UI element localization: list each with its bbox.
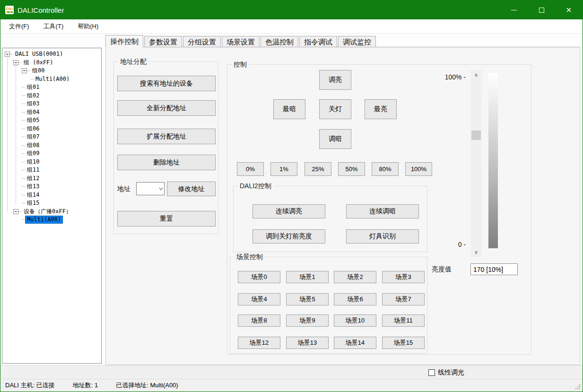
tree-item-group02[interactable]: 组02 — [2, 92, 101, 100]
app-icon: DALI — [5, 6, 14, 14]
tab-grouping-settings[interactable]: 分组设置 — [183, 36, 221, 47]
minimize-button[interactable] — [500, 0, 528, 19]
dim-down-button[interactable]: 调暗 — [319, 129, 351, 149]
brightness-value-box[interactable]: 170 [10%] — [470, 263, 518, 275]
scrollbar-thumb[interactable] — [471, 131, 481, 140]
tree-item-group12[interactable]: 组12 — [2, 174, 101, 183]
app-window: DALI DALIController × 文件(F) 工具(T) 帮助(H) … — [0, 0, 583, 392]
min-brightness-button[interactable]: 最暗 — [273, 99, 305, 119]
address-combobox[interactable] — [136, 182, 165, 195]
percent-25-button[interactable]: 25% — [305, 162, 331, 176]
scene-6-button[interactable]: 场景6 — [334, 293, 376, 305]
go-to-last-level-button[interactable]: 调到关灯前亮度 — [252, 229, 325, 244]
search-addressed-devices-button[interactable]: 搜索有地址的设备 — [117, 76, 216, 91]
minimize-icon — [511, 10, 517, 10]
tab-page-operation-control: 地址分配 搜索有地址的设备 全新分配地址 扩展分配地址 删除地址 地址 修改地址… — [105, 47, 580, 365]
address-allocation-title: 地址分配 — [118, 58, 148, 66]
dim-up-button[interactable]: 调亮 — [319, 70, 351, 90]
window-title: DALIController — [17, 6, 64, 14]
tab-scene-settings[interactable]: 场景设置 — [222, 36, 260, 47]
scene-control-title: 场景控制 — [235, 253, 265, 261]
status-bar: DALI 主机: 已连接 地址数: 1 已选择地址: Multi(A00) — [0, 379, 583, 392]
tree-item-multi-a00-selected[interactable]: Multi(A00) — [2, 216, 101, 224]
tree-item-group-root[interactable]: 组 (0xFF) — [2, 59, 101, 67]
scene-4-button[interactable]: 场景4 — [238, 293, 280, 305]
brightness-value-label: 亮度值 — [432, 265, 452, 274]
control-group: 控制 调亮 最暗 关灯 最亮 调暗 0% 1% 25% 50% 80% 100%… — [227, 64, 531, 355]
menu-file[interactable]: 文件(F) — [3, 20, 35, 33]
tree-item-group14[interactable]: 组14 — [2, 191, 101, 200]
tab-color-temp-control[interactable]: 色温控制 — [261, 36, 298, 47]
tree-item-group00[interactable]: 组00 — [2, 67, 101, 75]
tree-guide-line — [16, 63, 16, 204]
percent-80-button[interactable]: 80% — [372, 162, 399, 176]
close-icon: × — [566, 6, 572, 14]
resize-grip[interactable] — [575, 384, 580, 389]
scene-13-button[interactable]: 场景13 — [286, 337, 329, 349]
collapse-icon[interactable] — [13, 209, 18, 214]
app-icon-text: DALI — [6, 7, 13, 11]
tree-item-group09[interactable]: 组09 — [2, 149, 101, 158]
tree-item-group07[interactable]: 组07 — [2, 133, 101, 141]
menu-help[interactable]: 帮助(H) — [72, 20, 104, 33]
tree-item-group06[interactable]: 组06 — [2, 125, 101, 133]
scene-7-button[interactable]: 场景7 — [382, 293, 425, 305]
address-label: 地址 — [117, 185, 131, 193]
tree-item-group13[interactable]: 组13 — [2, 183, 101, 191]
scene-11-button[interactable]: 场景11 — [382, 314, 425, 327]
tree-item-group05[interactable]: 组05 — [2, 116, 101, 125]
close-button[interactable]: × — [555, 0, 583, 19]
modify-address-button[interactable]: 修改地址 — [167, 182, 216, 196]
extend-assign-addresses-button[interactable]: 扩展分配地址 — [117, 129, 216, 144]
tree-item-group03[interactable]: 组03 — [2, 100, 101, 108]
status-selected-address: 已选择地址: Multi(A00) — [116, 381, 178, 390]
brightness-scrollbar[interactable]: ∧ ∨ — [470, 70, 482, 257]
max-brightness-button[interactable]: 最亮 — [365, 99, 397, 119]
delete-address-button[interactable]: 删除地址 — [117, 155, 216, 170]
status-address-count: 地址数: 1 — [73, 381, 98, 390]
linear-dimming-option[interactable]: 线性调光 — [428, 368, 464, 377]
continuous-dim-up-button[interactable]: 连续调亮 — [252, 204, 325, 218]
scene-15-button[interactable]: 场景15 — [382, 337, 425, 349]
tree-item-root[interactable]: DALI USB(0001) — [2, 50, 101, 59]
scroll-up-icon[interactable]: ∧ — [470, 70, 482, 79]
scene-9-button[interactable]: 场景9 — [286, 314, 329, 327]
maximize-button[interactable] — [528, 0, 555, 19]
tree-item-group11[interactable]: 组11 — [2, 166, 101, 174]
tree-item-group15[interactable]: 组15 — [2, 199, 101, 208]
tree-item-group08[interactable]: 组08 — [2, 141, 101, 150]
percent-50-button[interactable]: 50% — [338, 162, 365, 176]
tab-debug-monitor[interactable]: 调试监控 — [338, 36, 376, 47]
lamp-off-button[interactable]: 关灯 — [319, 99, 351, 119]
percent-0-button[interactable]: 0% — [237, 162, 264, 176]
menu-bar: 文件(F) 工具(T) 帮助(H) — [0, 19, 583, 34]
assign-new-addresses-button[interactable]: 全新分配地址 — [117, 100, 216, 116]
continuous-dim-down-button[interactable]: 连续调暗 — [346, 204, 419, 218]
tab-parameter-settings[interactable]: 参数设置 — [144, 36, 182, 47]
tree-item-group04[interactable]: 组04 — [2, 108, 101, 117]
scene-1-button[interactable]: 场景1 — [286, 271, 329, 283]
collapse-icon[interactable] — [22, 68, 27, 73]
scene-5-button[interactable]: 场景5 — [286, 293, 329, 305]
scene-0-button[interactable]: 场景0 — [238, 271, 280, 283]
percent-100-button[interactable]: 100% — [405, 162, 432, 176]
tree-item-group01[interactable]: 组01 — [2, 83, 101, 92]
percent-1-button[interactable]: 1% — [270, 162, 297, 176]
scene-3-button[interactable]: 场景3 — [382, 271, 425, 283]
menu-tools[interactable]: 工具(T) — [38, 20, 70, 33]
reset-button[interactable]: 重置 — [117, 211, 216, 226]
scene-10-button[interactable]: 场景10 — [334, 314, 376, 327]
scene-8-button[interactable]: 场景8 — [238, 314, 280, 327]
scene-2-button[interactable]: 场景2 — [334, 271, 376, 283]
tree-item-multi-a00[interactable]: Multi(A00) — [2, 75, 101, 84]
lamp-identify-button[interactable]: 灯具识别 — [346, 229, 419, 244]
tree-item-group10[interactable]: 组10 — [2, 158, 101, 166]
tree-item-devices-broadcast[interactable]: 设备（广播0xFF） — [2, 208, 101, 216]
tab-operation-control[interactable]: 操作控制 — [105, 35, 143, 47]
scroll-down-icon[interactable]: ∨ — [470, 247, 482, 257]
tab-command-debug[interactable]: 指令调试 — [299, 36, 337, 47]
scene-12-button[interactable]: 场景12 — [238, 337, 280, 349]
scene-14-button[interactable]: 场景14 — [334, 337, 376, 349]
tab-strip: 操作控制 参数设置 分组设置 场景设置 色温控制 指令调试 调试监控 — [105, 35, 377, 47]
linear-dimming-checkbox[interactable] — [428, 369, 435, 376]
